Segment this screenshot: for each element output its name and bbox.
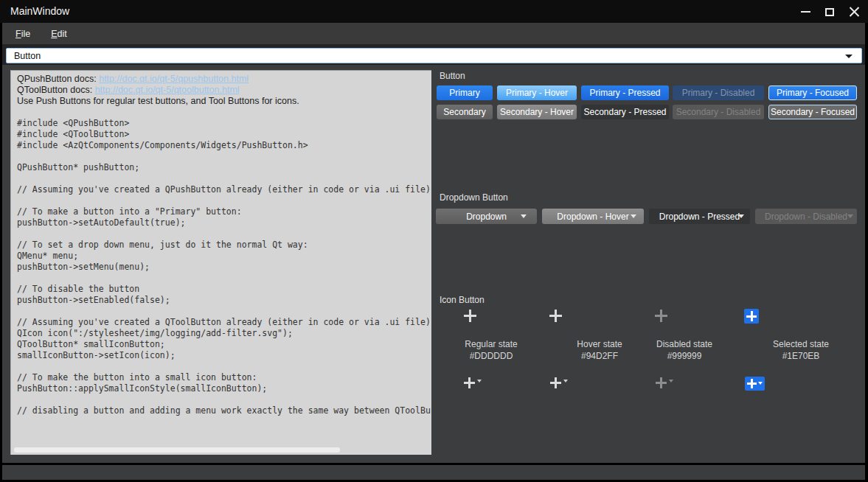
- dropdown-button-label: Dropdown - Hover: [557, 212, 628, 222]
- docs-code-line: QMenu* menu;: [17, 251, 430, 262]
- dropdown-arrow-icon: [847, 214, 853, 218]
- docs-code-line: [17, 195, 430, 206]
- docs-code-line: QIcon icon(":/stylesheet/img/logging/add…: [17, 328, 430, 339]
- menu-file[interactable]: File: [8, 26, 38, 42]
- button-primary[interactable]: Primary: [437, 85, 493, 100]
- dropdown-button-secondary-hover[interactable]: Dropdown - Hover: [542, 209, 644, 224]
- icon-state-hex: #1E70EB: [782, 351, 820, 361]
- button-secondary[interactable]: Secondary: [437, 105, 493, 119]
- plus-icon: [549, 310, 562, 322]
- icon-state-label: Selected state: [773, 339, 829, 349]
- button-secondary-hover[interactable]: Secondary - Hover: [497, 105, 577, 119]
- icon-state-label: Hover state: [577, 339, 622, 349]
- dropdown-button-label: Dropdown - Disabled: [765, 212, 847, 222]
- main-window: MainWindow FileEdit Button QPushButton d…: [0, 0, 868, 482]
- docs-text: QPushButton docs: http://doc.qt.io/qt-5/…: [17, 74, 430, 416]
- docs-intro-line: QPushButton docs: http://doc.qt.io/qt-5/…: [17, 74, 430, 85]
- button-primary-hover[interactable]: Primary - Hover: [497, 85, 577, 100]
- maximize-icon: [825, 8, 834, 16]
- plus-icon: [747, 379, 757, 388]
- dropdown-button-secondary-disabled[interactable]: Dropdown - Disabled: [755, 209, 857, 224]
- docs-code-line: #include <QToolButton>: [17, 129, 430, 140]
- docs-intro-line: Use Push Buttons for regular test button…: [17, 96, 430, 107]
- hscrollbar-thumb[interactable]: [14, 447, 340, 453]
- docs-code-line: pushButton->setEnabled(false);: [17, 295, 430, 306]
- icon-state-label: Regular state: [465, 339, 517, 349]
- docs-code-line: // To set a drop down menu, just do it t…: [17, 240, 430, 251]
- plus-icon: [655, 310, 667, 322]
- dropdown-button-label: Dropdown: [466, 212, 507, 222]
- close-icon: [849, 7, 860, 18]
- docs-code-line: // Assuming you've created a QPushButton…: [17, 184, 430, 195]
- plus-icon: [550, 377, 561, 388]
- close-button[interactable]: [845, 4, 863, 19]
- caret-down-icon: [758, 382, 763, 385]
- caret-down-icon: [477, 380, 482, 383]
- dropdown-button-secondary[interactable]: Dropdown: [436, 209, 537, 224]
- icon-menu-button-regular[interactable]: [464, 377, 482, 389]
- minimize-button[interactable]: [796, 4, 814, 19]
- docs-code-line: [17, 107, 430, 118]
- button-secondary-disabled[interactable]: Secondary - Disabled: [673, 105, 764, 119]
- title-bar: MainWindow: [0, 0, 868, 23]
- icon-button-regular[interactable]: [464, 310, 477, 323]
- docs-code-line: // To make a button into a "Primary" but…: [17, 206, 430, 217]
- caret-down-icon: [669, 380, 673, 383]
- combobox-value: Button: [14, 51, 41, 61]
- plus-icon: [746, 311, 757, 321]
- docs-code-line: QPushButton* pushButton;: [17, 162, 430, 173]
- icon-button-selected[interactable]: [744, 309, 759, 324]
- maximize-button[interactable]: [821, 4, 839, 19]
- docs-code-line: [17, 173, 430, 184]
- dropdown-arrow-icon: [631, 214, 636, 218]
- doc-link[interactable]: http://doc.qt.io/qt-5/qpushbutton.html: [99, 74, 249, 84]
- docs-code-line: [17, 306, 430, 317]
- section-title-dropdown-button: Dropdown Button: [440, 192, 508, 203]
- docs-code-line: [17, 273, 430, 284]
- gallery-page-combobox[interactable]: Button: [6, 48, 862, 63]
- docs-code-line: // To disable the button: [17, 284, 430, 295]
- docs-code-line: #include <AzQtComponents/Components/Widg…: [17, 140, 430, 151]
- button-primary-disabled[interactable]: Primary - Disabled: [673, 85, 764, 100]
- plus-icon: [656, 377, 667, 388]
- docs-code-line: PushButton::applySmallIconStyle(smallIco…: [17, 383, 430, 394]
- dropdown-arrow-icon: [738, 214, 744, 218]
- docs-code-line: // disabling a button and adding a menu …: [17, 405, 430, 416]
- icon-menu-button-selected[interactable]: [745, 377, 765, 391]
- menu-bar: FileEdit: [2, 23, 865, 44]
- combobox-arrow-icon: [845, 55, 853, 58]
- dropdown-arrow-icon: [521, 214, 527, 218]
- button-secondary-focused[interactable]: Secondary - Focused: [768, 105, 857, 119]
- icon-menu-button-disabled[interactable]: [656, 377, 673, 389]
- docs-intro-line: QToolButton docs: http://doc.qt.io/qt-5/…: [17, 85, 430, 96]
- docs-code-line: #include <QPushButton>: [17, 118, 430, 129]
- docs-code-line: [17, 361, 430, 372]
- toolbar: Button: [2, 44, 865, 65]
- icon-button-disabled[interactable]: [655, 310, 668, 323]
- icon-button-hover[interactable]: [549, 310, 563, 323]
- docs-code-line: // To make the button into a small icon …: [17, 372, 430, 383]
- dropdown-button-secondary-pressed[interactable]: Dropdown - Pressed: [649, 209, 750, 224]
- dropdown-button-label: Dropdown - Pressed: [659, 212, 740, 222]
- status-bar: [2, 465, 865, 480]
- docs-code-line: [17, 151, 430, 162]
- plus-icon: [464, 377, 475, 388]
- minimize-icon: [801, 11, 810, 13]
- icon-state-hex: #DDDDDD: [470, 351, 513, 361]
- section-title-button: Button: [440, 71, 465, 81]
- menu-edit[interactable]: Edit: [44, 26, 74, 42]
- caret-down-icon: [563, 380, 568, 383]
- docs-code-line: pushButton->setAutoDefault(true);: [17, 217, 430, 228]
- docs-code-line: QToolButton* smallIconButton;: [17, 339, 430, 350]
- icon-state-label: Disabled state: [656, 339, 712, 349]
- doc-link[interactable]: http://doc.qt.io/qt-5/qtoolbutton.html: [95, 85, 240, 95]
- window-title: MainWindow: [10, 5, 69, 17]
- docs-code-line: // Assuming you've created a QToolButton…: [17, 317, 430, 328]
- icon-menu-button-hover[interactable]: [550, 377, 568, 389]
- button-primary-pressed[interactable]: Primary - Pressed: [581, 85, 669, 100]
- docs-text-area[interactable]: QPushButton docs: http://doc.qt.io/qt-5/…: [10, 70, 431, 455]
- button-primary-focused[interactable]: Primary - Focused: [768, 85, 857, 100]
- docs-code-line: [17, 228, 430, 240]
- button-secondary-pressed[interactable]: Secondary - Pressed: [581, 105, 669, 119]
- icon-state-hex: #999999: [667, 351, 702, 361]
